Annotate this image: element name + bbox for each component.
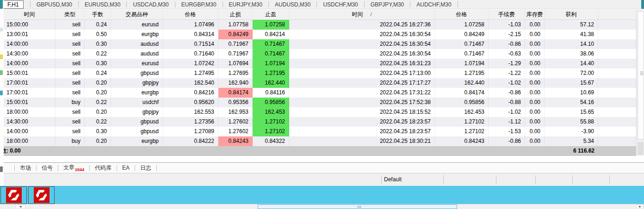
scroll-right-arrow-icon[interactable]: ► [637,204,644,209]
chart-tab-USDCAD,M30[interactable]: USDCAD,M30 [132,1,169,8]
tab-separator [117,165,117,171]
cell-sl: 0.84174 [218,88,253,98]
cell-profit: 38.06 [545,49,598,59]
cell-swap: 0.00 [525,30,545,39]
cell-swap: 0.00 [525,117,545,127]
cell-profit: 54.16 [545,98,598,107]
cell-time: 14:30:00 [4,117,56,127]
column-header-price2[interactable]: 价格 [435,10,489,19]
status-pane-separator [496,175,496,184]
cell-symbol: audusd [111,39,163,49]
cell-commission: -1.22 [489,68,525,78]
column-header-profit[interactable]: 获利 [545,10,598,19]
cell-time: 18:00:00 [4,107,56,117]
history-row[interactable]: 17:00:01sell0.20gbpjpy162.540162.940162.… [0,78,636,88]
cell-time2: 2022.04.25 17:13:00 [289,68,435,78]
history-row[interactable]: 17:00:01sell0.20eurgbp0.842160.841740.84… [0,88,636,98]
taskbar-button[interactable] [28,186,55,204]
status-pane-separator [381,175,382,184]
tab-separator [89,165,90,171]
cell-symbol: eurgbp [111,88,163,98]
cell-time2: 2022.04.25 17:52:38 [289,98,435,107]
chart-tab-AUDUSD,M30[interactable]: AUDUSD,M30 [274,1,311,8]
status-pane-separator [535,175,536,184]
chart-tab-F,H1[interactable]: F,H1 [3,0,24,9]
history-row[interactable]: 14:00:00sell0.30gbpusd1.270891.276021.27… [0,127,636,136]
status-profile-pane[interactable]: Default [384,173,402,186]
cell-lots: 0.20 [85,136,111,146]
column-header-filler[interactable] [598,10,636,19]
cell-sl: 1.27602 [218,127,253,136]
vertical-scrollbar-track-end[interactable] [638,142,644,155]
column-header-time2[interactable]: 时间/ [289,10,435,19]
vertical-scrollbar[interactable] [636,10,644,156]
cell-time2: 2022.04.25 16:31:23 [289,59,435,68]
history-row[interactable]: 18:00:00buy0.20eurgbp0.842220.842430.843… [0,136,636,146]
bottom-tab-EA[interactable]: EA [122,165,130,171]
cell-sl: 1.07758 [218,20,253,30]
vertical-scrollbar-thumb[interactable] [638,11,644,140]
chart-tab-GBPUSD,M30[interactable]: GBPUSD,M30 [36,1,73,8]
chart-tab-AUDCHF,M30[interactable]: AUDCHF,M30 [415,1,452,8]
column-header-sl[interactable]: 止损 [218,10,253,19]
bottom-tab-信号[interactable]: 信号 [42,164,53,172]
scroll-left-arrow-icon[interactable]: ◄ [15,204,25,209]
chart-tab-GBPJPY,M30[interactable]: GBPJPY,M30 [370,1,405,8]
history-row[interactable]: 15:00:00sell0.24eurusd1.074961.077581.07… [0,20,636,30]
column-header-time[interactable]: 时间 [4,10,56,19]
cell-swap: 0.00 [525,59,545,68]
cell-time: 14:00:00 [4,127,56,136]
cell-symbol: gbpusd [111,68,163,78]
cell-swap: 0.00 [525,78,545,88]
history-row[interactable]: 14:00:00sell0.30eurusd1.072421.076941.07… [0,59,636,68]
cell-profit: 55.88 [545,117,598,127]
taskbar-button[interactable] [0,186,27,204]
background-window-fragment [641,0,644,9]
cell-symbol: gbpjpy [111,78,163,88]
column-header-commission[interactable]: 手续费 [489,10,525,19]
cell-swap: 0.00 [525,49,545,59]
bottom-tab-文章[interactable]: 文章1044 [63,164,84,172]
cell-filler [598,68,636,78]
chart-tab-EURUSD,M30[interactable]: EURUSD,M30 [84,1,121,8]
column-header-type[interactable]: 类型 [56,10,85,19]
cell-type: buy [56,98,85,107]
bottom-tab-市场[interactable]: 市场 [20,164,31,172]
column-header-swap[interactable]: 库存费 [525,10,545,19]
history-row[interactable]: 13:00:01sell0.50eurgbp0.843140.842490.84… [0,30,636,39]
cell-profit: 14.40 [545,59,598,68]
history-row[interactable]: 14:30:00sell0.22audusd0.716400.719670.71… [0,49,636,59]
history-row[interactable]: 18:00:00sell0.20gbpjpy162.553162.953162.… [0,107,636,117]
bottom-tab-日志[interactable]: 日志 [140,164,151,172]
cell-symbol: gbpjpy [111,107,163,117]
tab-separator [410,1,410,7]
history-row[interactable]: 14:00:00sell0.30audusd0.715140.719670.71… [0,39,636,49]
horizontal-scrollbar[interactable]: ◄ ► [0,204,644,209]
chart-tab-EURJPY,M30[interactable]: EURJPY,M30 [228,1,263,8]
column-header-symbol[interactable]: 交易品种 [111,10,163,19]
status-pane-separator [443,175,444,184]
status-pane-separator [609,175,610,184]
history-row[interactable]: 14:30:00sell0.22gbpusd1.273561.276021.27… [0,117,636,127]
cell-price: 1.07242 [163,59,218,68]
chart-tab-USDCHF,M30[interactable]: USDCHF,M30 [322,1,359,8]
chart-tab-EURGBP,M30[interactable]: EURGBP,M30 [180,1,217,8]
horizontal-scrollbar-thumb[interactable] [258,204,457,209]
cell-time2: 2022.04.25 18:30:21 [289,136,435,146]
status-pane-separator [572,175,573,184]
cell-swap: 0.00 [525,136,545,146]
cell-price2: 162.453 [435,107,489,117]
trading-terminal-window: F,H1GBPUSD,M30EURUSD,M30USDCAD,M30EURGBP… [0,0,644,209]
tab-separator [223,1,223,7]
terminal-bottom-tab-bar: 市场信号文章1044代码库EA日志 [0,162,644,173]
bottom-tab-代码库[interactable]: 代码库 [95,164,111,172]
column-header-price[interactable]: 价格 [163,10,218,19]
column-header-lots[interactable]: 手数 [85,10,111,19]
cell-filler [598,107,636,117]
column-header-tp[interactable]: 止盈 [253,10,289,19]
history-row[interactable]: 15:00:01sell0.24gbpusd1.274951.276951.27… [0,68,636,78]
cell-symbol: eurusd [111,20,163,30]
cell-price: 0.84216 [163,88,218,98]
history-row[interactable]: 15:00:01buy0.22usdchf0.956200.953560.958… [0,98,636,107]
cell-lots: 0.30 [85,127,111,136]
